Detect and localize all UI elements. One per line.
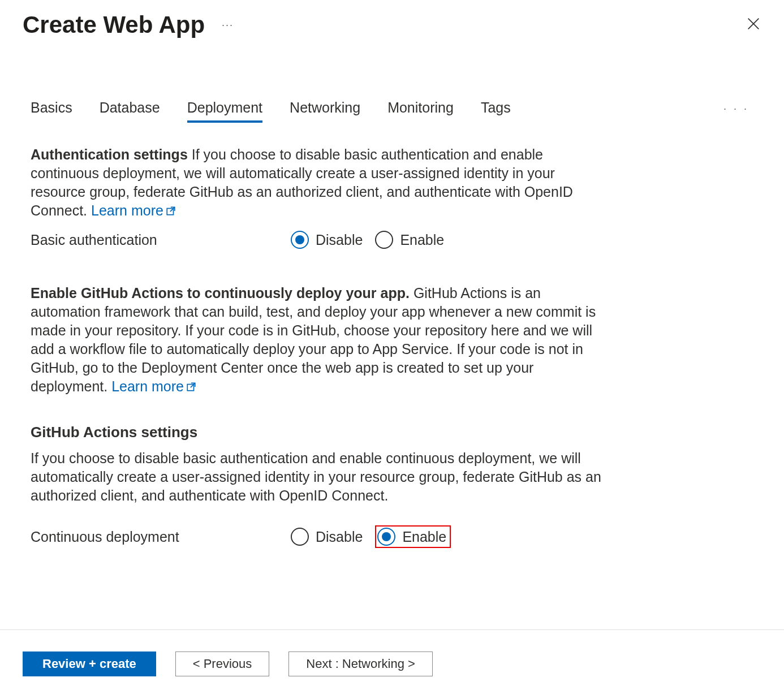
- content-area: Authentication settings If you choose to…: [0, 123, 634, 548]
- page-title: Create Web App: [23, 11, 205, 38]
- continuous-deployment-disable-option[interactable]: Disable: [291, 528, 363, 546]
- auth-settings-title: Authentication settings: [31, 146, 188, 162]
- basic-auth-label: Basic authentication: [31, 232, 291, 248]
- more-icon[interactable]: ···: [222, 19, 234, 31]
- external-link-icon: [186, 378, 196, 396]
- tab-database[interactable]: Database: [100, 95, 160, 123]
- radio-unselected-icon: [375, 231, 393, 249]
- tab-monitoring[interactable]: Monitoring: [387, 95, 454, 123]
- github-settings-text: If you choose to disable basic authentic…: [31, 449, 603, 505]
- continuous-deployment-enable-label: Enable: [402, 529, 446, 545]
- basic-auth-disable-label: Disable: [316, 232, 363, 248]
- learn-more-auth-link[interactable]: Learn more: [91, 202, 176, 218]
- external-link-icon: [166, 202, 176, 221]
- enable-option-highlight: Enable: [375, 525, 451, 548]
- continuous-deployment-radio-group: Disable Enable: [291, 525, 451, 548]
- radio-selected-icon: [291, 231, 309, 249]
- basic-auth-radio-group: Disable Enable: [291, 231, 444, 249]
- tab-basics[interactable]: Basics: [31, 95, 72, 123]
- svg-line-3: [170, 207, 175, 212]
- continuous-deployment-disable-label: Disable: [316, 529, 363, 545]
- tab-networking[interactable]: Networking: [290, 95, 360, 123]
- auth-settings-description: Authentication settings If you choose to…: [31, 145, 603, 221]
- radio-selected-icon: [377, 528, 395, 546]
- continuous-deployment-field: Continuous deployment Disable Enable: [31, 525, 603, 548]
- continuous-deployment-enable-option[interactable]: Enable: [377, 528, 446, 546]
- github-actions-description: Enable GitHub Actions to continuously de…: [31, 284, 603, 396]
- next-button[interactable]: Next : Networking >: [288, 651, 433, 676]
- tab-deployment[interactable]: Deployment: [187, 95, 262, 123]
- github-settings-heading: GitHub Actions settings: [31, 424, 603, 441]
- review-create-button[interactable]: Review + create: [23, 651, 156, 676]
- tabs-bar: Basics Database Deployment Networking Mo…: [0, 95, 784, 123]
- svg-line-5: [191, 383, 195, 387]
- tabs-overflow-icon[interactable]: · · ·: [723, 103, 753, 115]
- basic-auth-disable-option[interactable]: Disable: [291, 231, 363, 249]
- footer-actions: Review + create < Previous Next : Networ…: [0, 629, 784, 699]
- learn-more-github-link[interactable]: Learn more: [111, 378, 196, 394]
- basic-auth-field: Basic authentication Disable Enable: [31, 231, 603, 249]
- tab-tags[interactable]: Tags: [481, 95, 511, 123]
- radio-unselected-icon: [291, 528, 309, 546]
- basic-auth-enable-label: Enable: [400, 232, 444, 248]
- close-icon[interactable]: [746, 16, 761, 34]
- continuous-deployment-label: Continuous deployment: [31, 529, 291, 545]
- page-header: Create Web App ···: [0, 0, 784, 44]
- previous-button[interactable]: < Previous: [175, 651, 270, 676]
- basic-auth-enable-option[interactable]: Enable: [375, 231, 444, 249]
- github-actions-title: Enable GitHub Actions to continuously de…: [31, 285, 410, 301]
